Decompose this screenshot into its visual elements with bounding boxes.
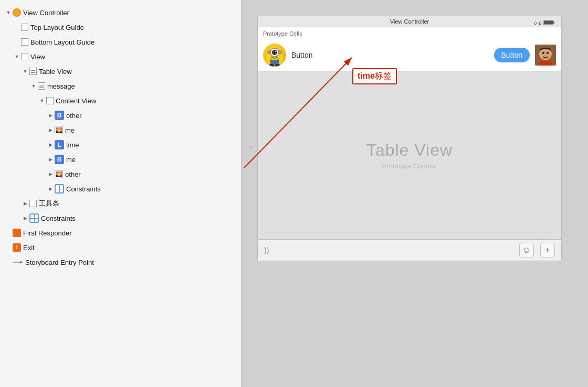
tree-item-content-view[interactable]: Content View — [0, 93, 241, 108]
tree-arrow-constraints-outer — [21, 214, 29, 222]
tree-label-bottom-layout: Bottom Layout Guide — [30, 38, 94, 46]
tree-label-table-view: Table View — [39, 68, 72, 76]
minion-avatar — [263, 44, 286, 67]
tree-arrow-time — [46, 141, 55, 149]
annotation-text: time标签 — [358, 71, 392, 80]
ios-button[interactable]: Button — [494, 48, 530, 62]
tree-item-toolbar[interactable]: 工具条 — [0, 196, 241, 211]
tree-label-view-controller: View Controller — [23, 9, 69, 17]
tree-icon-first-responder — [13, 229, 21, 237]
tree-label-message: message — [47, 82, 75, 90]
tree-arrow-me-2 — [46, 155, 55, 164]
tree-arrow-toolbar — [21, 199, 29, 208]
svg-marker-1 — [20, 261, 23, 264]
document-outline: View ControllerTop Layout GuideBottom La… — [0, 0, 242, 387]
tree-arrow-content-view — [38, 96, 46, 105]
tree-item-first-responder[interactable]: First Responder — [0, 225, 241, 240]
view-controller-frame: View Controller ὐ‌︎ ὐ‌︎ Prototype Cells — [257, 16, 562, 261]
entry-arrow: → — [245, 142, 254, 153]
tree-label-other-2: other — [65, 170, 81, 178]
prototype-label: Prototype Cells — [258, 27, 561, 39]
tree-item-storyboard-entry[interactable]: Storyboard Entry Point — [0, 255, 241, 270]
tree-icon-me-2: B — [55, 155, 64, 164]
tree-arrow-other-2 — [46, 170, 55, 178]
toolbar-left-text: )) — [264, 246, 269, 254]
tree-arrow-table-view — [21, 67, 29, 76]
tree-icon-storyboard-entry — [13, 259, 23, 266]
tree-icon-constraints-outer — [29, 213, 39, 223]
tree-label-toolbar: 工具条 — [39, 199, 59, 208]
tree-item-bottom-layout[interactable]: Bottom Layout Guide — [0, 35, 241, 49]
tree-label-content-view: Content View — [56, 97, 96, 105]
tree-icon-constraints-inner — [55, 184, 64, 194]
battery-icon — [543, 19, 555, 26]
tree-label-top-layout: Top Layout Guide — [30, 24, 84, 31]
prototype-section: Prototype Cells — [258, 27, 561, 71]
toolbar-right: ☺ + — [519, 243, 555, 257]
tree-label-time: time — [66, 141, 79, 149]
tree-label-other-1: other — [66, 112, 82, 120]
svg-rect-3 — [553, 22, 554, 24]
tree-arrow-view-controller — [4, 8, 13, 17]
tree-icon-exit: ↥ — [13, 243, 21, 252]
svg-point-14 — [275, 51, 276, 52]
prototype-content-label: Prototype Content — [382, 162, 437, 170]
tree-item-me-2[interactable]: Bme — [0, 152, 241, 167]
tree-arrow-message — [29, 82, 38, 90]
table-view-section: Table View Prototype Content — [258, 71, 561, 239]
tree-icon-me-1: 🌄 — [55, 126, 63, 134]
tree-label-first-responder: First Responder — [23, 229, 71, 237]
svg-rect-4 — [544, 21, 553, 24]
tree-arrow-other-1 — [46, 111, 55, 120]
vc-title-text: View Controller — [390, 18, 429, 25]
tree-item-me-1[interactable]: 🌄me — [0, 123, 241, 137]
svg-rect-21 — [539, 61, 552, 66]
tree-label-exit: Exit — [23, 244, 35, 252]
tree-item-exit[interactable]: ↥Exit — [0, 240, 241, 255]
tree-label-me-2: me — [66, 156, 76, 164]
tree-item-top-layout[interactable]: Top Layout Guide — [0, 20, 241, 35]
tree-icon-content-view — [46, 97, 54, 104]
tree-item-table-view[interactable]: Table View — [0, 64, 241, 79]
tree-icon-bottom-layout — [21, 38, 28, 46]
tree-icon-top-layout — [21, 24, 28, 31]
tree-item-view-controller[interactable]: View Controller — [0, 5, 241, 20]
tree-item-message[interactable]: message — [0, 79, 241, 93]
svg-point-20 — [547, 52, 549, 54]
status-bar-icons: ὐ‌︎ ὐ‌︎ — [534, 19, 555, 26]
tree-arrow-view — [13, 52, 21, 61]
tree-icon-view-controller — [13, 8, 21, 17]
tree-label-me-1: me — [65, 126, 75, 134]
add-icon[interactable]: + — [540, 243, 555, 257]
tree-label-constraints-outer: Constraints — [41, 214, 76, 222]
table-view-label: Table View — [366, 141, 453, 160]
tree-icon-table-view — [29, 68, 37, 75]
tree-label-storyboard-entry: Storyboard Entry Point — [25, 259, 94, 266]
cell-content: Button — [286, 50, 494, 60]
annotation-box: time标签 — [352, 68, 397, 84]
tree-icon-other-2: 🌄 — [55, 170, 63, 178]
tree-arrow-constraints-inner — [46, 185, 55, 193]
button-label: Button — [291, 51, 312, 59]
tree-icon-toolbar — [29, 200, 37, 207]
tree-item-constraints-outer[interactable]: Constraints — [0, 211, 241, 225]
tree-item-constraints-inner[interactable]: Constraints — [0, 181, 241, 196]
character-avatar — [535, 45, 556, 66]
tree-icon-view — [21, 53, 28, 60]
cell-row: Button Button — [258, 39, 561, 71]
tree-icon-other-1: B — [55, 111, 64, 120]
emoji-icon[interactable]: ☺ — [519, 243, 534, 257]
tree-item-other-2[interactable]: 🌄other — [0, 167, 241, 181]
vc-title-bar: View Controller ὐ‌︎ ὐ‌︎ — [258, 16, 561, 27]
tree-label-constraints-inner: Constraints — [66, 185, 101, 193]
svg-point-19 — [542, 52, 544, 54]
tree-item-other-1[interactable]: Bother — [0, 108, 241, 123]
tree-item-view[interactable]: View — [0, 49, 241, 64]
tree-icon-time: L — [55, 140, 64, 149]
canvas-panel: → View Controller ὐ‌︎ ὐ‌︎ Prototype Cell… — [242, 0, 588, 387]
tree-icon-message — [38, 82, 45, 90]
tree-label-view: View — [30, 53, 45, 61]
bottom-toolbar: )) ☺ + — [258, 239, 561, 261]
tree-arrow-me-1 — [46, 126, 55, 134]
tree-item-time[interactable]: Ltime — [0, 137, 241, 152]
